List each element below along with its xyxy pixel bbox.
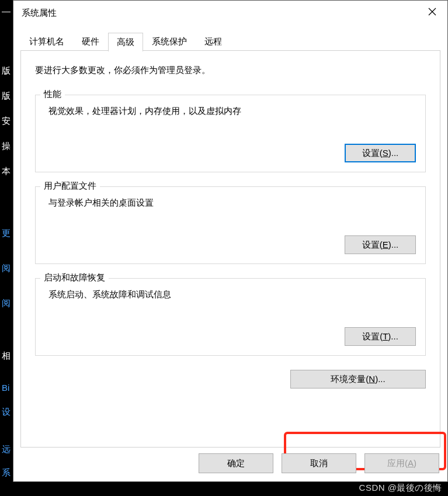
tab-remote[interactable]: 远程 (196, 32, 231, 51)
cancel-button[interactable]: 取消 (282, 453, 356, 473)
button-label: 应用(A) (387, 458, 416, 468)
performance-settings-button[interactable]: 设置(S)... (345, 144, 416, 162)
background-fragment: 阅 (2, 263, 11, 274)
button-label: 设置(T)... (362, 331, 398, 341)
group-performance: 性能 视觉效果，处理器计划，内存使用，以及虚拟内存 设置(S)... (35, 95, 426, 172)
tab-hardware[interactable]: 硬件 (73, 32, 108, 51)
background-fragment: 相 (2, 351, 11, 362)
background-fragment: 更 (2, 228, 11, 239)
group-title-performance: 性能 (40, 89, 65, 100)
performance-desc: 视觉效果，处理器计划，内存使用，以及虚拟内存 (45, 106, 416, 117)
tab-advanced[interactable]: 高级 (108, 33, 143, 51)
background-fragment: — (2, 6, 11, 16)
background-fragment: 版 (2, 91, 11, 102)
startup-settings-button[interactable]: 设置(T)... (345, 327, 416, 346)
titlebar: 系统属性 (13, 1, 447, 25)
background-fragment: 阅 (2, 298, 11, 309)
close-button[interactable] (417, 1, 447, 23)
tab-computer-name[interactable]: 计算机名 (20, 32, 73, 51)
group-startup-recovery: 启动和故障恢复 系统启动、系统故障和调试信息 设置(T)... (35, 278, 426, 356)
background-fragment: 远 (2, 444, 11, 455)
apply-button[interactable]: 应用(A) (364, 453, 439, 473)
watermark: CSDN @最後の後悔 (359, 483, 442, 494)
group-title-startup: 启动和故障恢复 (40, 272, 109, 283)
background-strip: —版版安操本更阅阅相Bi设远系 (0, 0, 13, 496)
dialog-title: 系统属性 (22, 8, 57, 19)
ok-button[interactable]: 确定 (199, 453, 273, 473)
dialog-bottom-buttons: 确定 取消 应用(A) (199, 453, 439, 473)
background-fragment: 安 (2, 116, 11, 127)
button-label: 环境变量(N)... (331, 374, 385, 384)
startup-desc: 系统启动、系统故障和调试信息 (45, 289, 416, 300)
group-title-user-profile: 用户配置文件 (40, 181, 100, 192)
background-fragment: 操 (2, 141, 11, 152)
background-fragment: 设 (2, 407, 11, 418)
tab-panel-advanced: 要进行大多数更改，你必须作为管理员登录。 性能 视觉效果，处理器计划，内存使用，… (20, 50, 440, 448)
close-icon (428, 8, 436, 16)
system-properties-dialog: 系统属性 计算机名 硬件 高级 系统保护 远程 要进行大多数更改，你必须作为管理… (13, 0, 448, 482)
tab-area: 计算机名 硬件 高级 系统保护 远程 要进行大多数更改，你必须作为管理员登录。 … (20, 32, 440, 448)
admin-note: 要进行大多数更改，你必须作为管理员登录。 (35, 65, 426, 76)
environment-variables-button[interactable]: 环境变量(N)... (290, 370, 426, 389)
env-var-row: 环境变量(N)... (35, 370, 426, 389)
background-fragment: 本 (2, 166, 11, 177)
button-label: 设置(E)... (362, 240, 399, 249)
tab-system-protection[interactable]: 系统保护 (143, 32, 196, 51)
tab-strip: 计算机名 硬件 高级 系统保护 远程 (20, 32, 440, 51)
background-fragment: 版 (2, 65, 11, 77)
user-profile-desc: 与登录帐户相关的桌面设置 (45, 197, 416, 209)
background-fragment: Bi (2, 383, 9, 393)
button-label: 设置(S)... (362, 148, 399, 158)
user-profile-settings-button[interactable]: 设置(E)... (345, 235, 416, 254)
background-fragment: 系 (2, 467, 11, 478)
group-user-profile: 用户配置文件 与登录帐户相关的桌面设置 设置(E)... (35, 186, 426, 264)
